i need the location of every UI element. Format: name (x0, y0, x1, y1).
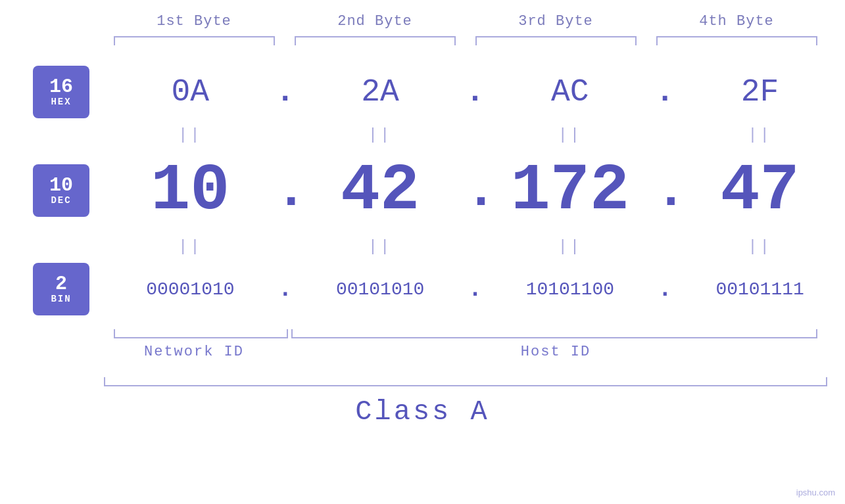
network-bracket (104, 325, 285, 338)
bin-badge-number: 2 (55, 274, 67, 294)
bin-dot2: . (466, 276, 485, 303)
hex-row: 16 HEX 0A . 2A . AC . 2F (0, 62, 845, 122)
bin-dot3: . (655, 276, 675, 303)
host-bracket (285, 325, 827, 338)
bottom-brackets (104, 325, 827, 338)
bin-row: 2 BIN 00001010 . 00101010 . 10101100 . 0… (0, 260, 845, 319)
top-bracket-4 (646, 36, 827, 49)
equals-1-4: || (675, 126, 845, 144)
class-label: Class A (355, 396, 489, 428)
bin-byte1: 00001010 (105, 279, 276, 300)
main-container: 1st Byte 2nd Byte 3rd Byte 4th Byte 16 H… (0, 0, 845, 504)
top-bracket-1 (104, 36, 285, 49)
equals-area-1: || || || || (105, 126, 845, 144)
hex-dot1: . (276, 74, 295, 110)
bin-badge-label: BIN (51, 294, 71, 304)
top-bracket-3 (466, 36, 646, 49)
hex-badge-number: 16 (49, 77, 73, 97)
byte4-header: 4th Byte (646, 13, 827, 30)
equals-1-2: || (295, 126, 466, 144)
equals-2-3: || (485, 238, 656, 256)
hex-dot3: . (655, 74, 675, 110)
bin-values-area: 00001010 . 00101010 . 10101100 . 0010111… (105, 276, 845, 303)
bin-badge: 2 BIN (33, 263, 89, 315)
top-brackets (104, 36, 827, 49)
dec-dot1: . (276, 161, 295, 221)
byte2-header: 2nd Byte (285, 13, 466, 30)
dec-dot3: . (655, 161, 675, 221)
bin-dot1: . (276, 276, 295, 303)
dec-badge-label: DEC (51, 195, 71, 206)
dec-byte1: 10 (105, 154, 276, 228)
equals-row-1: || || || || (0, 122, 845, 148)
hex-byte2: 2A (295, 74, 466, 110)
class-bracket (104, 373, 827, 386)
equals-1-3: || (485, 126, 656, 144)
dec-row: 10 DEC 10 . 42 . 172 . 47 (0, 148, 845, 233)
bin-byte4: 00101111 (675, 279, 845, 300)
dec-byte4: 47 (675, 154, 845, 228)
class-label-row: Class A (0, 396, 845, 428)
hex-values-area: 0A . 2A . AC . 2F (105, 74, 845, 110)
hex-badge: 16 HEX (33, 66, 89, 118)
byte3-header: 3rd Byte (466, 13, 646, 30)
equals-2-4: || (675, 238, 845, 256)
dec-badge-number: 10 (49, 175, 73, 195)
equals-1-1: || (105, 126, 276, 144)
byte1-header: 1st Byte (104, 13, 285, 30)
dec-values-area: 10 . 42 . 172 . 47 (105, 154, 845, 228)
dec-byte3: 172 (485, 154, 656, 228)
byte-headers-row: 1st Byte 2nd Byte 3rd Byte 4th Byte (104, 13, 827, 30)
hex-byte1: 0A (105, 74, 276, 110)
watermark: ipshu.com (796, 488, 835, 497)
hex-byte3: AC (485, 74, 656, 110)
network-id-label: Network ID (104, 344, 285, 360)
equals-area-2: || || || || (105, 238, 845, 256)
bin-byte3: 10101100 (485, 279, 656, 300)
equals-2-2: || (295, 238, 466, 256)
hex-badge-label: HEX (51, 97, 71, 107)
hex-dot2: . (466, 74, 485, 110)
top-bracket-2 (285, 36, 466, 49)
dec-byte2: 42 (295, 154, 466, 228)
dec-dot2: . (466, 161, 485, 221)
equals-row-2: || || || || (0, 233, 845, 260)
hex-byte4: 2F (675, 74, 845, 110)
id-labels: Network ID Host ID (104, 344, 827, 360)
host-id-label: Host ID (285, 344, 827, 360)
equals-2-1: || (105, 238, 276, 256)
dec-badge: 10 DEC (33, 164, 89, 217)
bin-byte2: 00101010 (295, 279, 466, 300)
